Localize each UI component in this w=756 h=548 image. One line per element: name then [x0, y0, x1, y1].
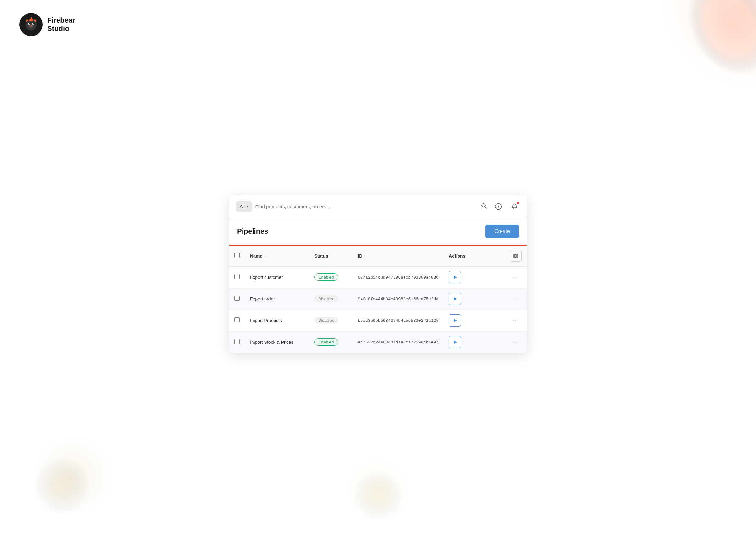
- row-checkbox-4[interactable]: [234, 339, 240, 344]
- row-checkbox-2[interactable]: [234, 295, 240, 301]
- search-actions: ?: [492, 201, 520, 212]
- row-more-cell: ···: [505, 266, 527, 288]
- more-options-button-4[interactable]: ···: [510, 337, 521, 347]
- row-checkbox-1[interactable]: [234, 274, 240, 279]
- row-name: Export customer: [245, 266, 309, 288]
- play-icon: [453, 275, 457, 279]
- row-run-cell: [487, 266, 505, 288]
- row-checkbox-cell: [229, 309, 245, 331]
- table-row: Export customer Enabled 027a2b54c3d94739…: [229, 266, 527, 288]
- chevron-down-icon: ▾: [247, 205, 248, 209]
- run-button-4[interactable]: [449, 336, 461, 348]
- svg-point-12: [33, 23, 34, 24]
- run-button-1[interactable]: [449, 271, 461, 283]
- row-more-cell: ···: [505, 288, 527, 309]
- logo-icon: [19, 13, 43, 36]
- status-col-options[interactable]: ···: [330, 254, 333, 258]
- th-checkbox: [229, 246, 245, 267]
- play-icon: [453, 318, 457, 323]
- svg-rect-21: [517, 254, 518, 258]
- row-more-cell: ···: [505, 309, 527, 331]
- row-id: b7cd3b6bbb684094b4a565330242a125: [352, 309, 444, 331]
- row-checkbox-cell: [229, 331, 245, 353]
- row-name: Import Products: [245, 309, 309, 331]
- search-input[interactable]: [255, 204, 476, 210]
- table-columns-menu-button[interactable]: [510, 250, 522, 262]
- pipelines-header: Pipelines Create: [229, 218, 527, 246]
- row-checkbox-cell: [229, 288, 245, 309]
- run-button-3[interactable]: [449, 314, 461, 327]
- filter-label: All: [240, 204, 245, 209]
- more-options-button-2[interactable]: ···: [510, 294, 521, 303]
- select-all-checkbox[interactable]: [234, 253, 240, 258]
- table-header-row: Name ··· Status ··· ID: [229, 246, 527, 267]
- notifications-button[interactable]: [509, 201, 520, 212]
- row-id: 027a2b54c3d947398eecb703389a4080: [352, 266, 444, 288]
- logo-svg: [23, 16, 39, 33]
- pipelines-table: Name ··· Status ··· ID: [229, 246, 527, 353]
- row-name: Import Stock & Prices: [245, 331, 309, 353]
- table-row: Export order Disabled 94fa8fc444b84c4898…: [229, 288, 527, 309]
- run-button-2[interactable]: [449, 293, 461, 305]
- svg-marker-23: [454, 297, 457, 301]
- row-actions: [444, 266, 487, 288]
- status-badge: Disabled: [314, 295, 339, 302]
- help-icon: ?: [495, 203, 502, 210]
- more-options-button-1[interactable]: ···: [510, 273, 521, 282]
- table-row: Import Products Disabled b7cd3b6bbb68409…: [229, 309, 527, 331]
- row-more-cell: ···: [505, 331, 527, 353]
- notification-badge: [516, 201, 520, 205]
- svg-rect-19: [514, 254, 515, 258]
- svg-rect-20: [515, 254, 516, 258]
- row-run-cell: [487, 331, 505, 353]
- row-id: 94fa8fc444b84c48983c6156ea75efdd: [352, 288, 444, 309]
- svg-point-14: [30, 25, 32, 27]
- search-filter-button[interactable]: All ▾: [236, 201, 252, 212]
- row-name: Export order: [245, 288, 309, 309]
- logo-text: Firebear Studio: [47, 16, 75, 33]
- panel: All ▾ ?: [229, 196, 527, 353]
- row-checkbox-cell: [229, 266, 245, 288]
- svg-marker-22: [454, 275, 457, 279]
- search-bar: All ▾ ?: [229, 196, 527, 218]
- search-submit-button[interactable]: [479, 201, 489, 213]
- svg-marker-25: [454, 340, 457, 344]
- status-badge: Disabled: [314, 317, 339, 324]
- th-table-menu: [505, 246, 527, 267]
- th-actions: Actions ···: [444, 246, 487, 267]
- play-icon: [453, 296, 457, 301]
- help-button[interactable]: ?: [492, 201, 504, 212]
- row-actions: [444, 331, 487, 353]
- th-id: ID ···: [352, 246, 444, 267]
- status-badge: Enabled: [314, 274, 338, 281]
- search-icon: [481, 203, 487, 209]
- th-name: Name ···: [245, 246, 309, 267]
- row-status: Disabled: [309, 288, 353, 309]
- row-actions: [444, 309, 487, 331]
- row-status: Enabled: [309, 266, 353, 288]
- th-status: Status ···: [309, 246, 353, 267]
- svg-marker-24: [454, 318, 457, 322]
- row-run-cell: [487, 288, 505, 309]
- search-input-wrapper: [255, 204, 476, 210]
- svg-point-11: [29, 23, 30, 24]
- id-col-options[interactable]: ···: [364, 254, 367, 258]
- create-button[interactable]: Create: [485, 225, 519, 238]
- table-row: Import Stock & Prices Enabled ec2532c24e…: [229, 331, 527, 353]
- row-checkbox-3[interactable]: [234, 317, 240, 322]
- status-badge: Enabled: [314, 338, 338, 346]
- logo-area: Firebear Studio: [19, 13, 75, 36]
- row-actions: [444, 288, 487, 309]
- svg-text:?: ?: [497, 204, 500, 209]
- svg-line-16: [485, 207, 487, 209]
- actions-col-options[interactable]: ···: [467, 254, 470, 258]
- row-id: ec2532c24e63444dae3ca72598cb1e97: [352, 331, 444, 353]
- row-run-cell: [487, 309, 505, 331]
- columns-icon: [513, 253, 518, 259]
- name-col-options[interactable]: ···: [264, 254, 267, 258]
- play-icon: [453, 340, 457, 344]
- more-options-button-3[interactable]: ···: [510, 316, 521, 325]
- row-status: Enabled: [309, 331, 353, 353]
- row-status: Disabled: [309, 309, 353, 331]
- page-title: Pipelines: [237, 227, 268, 236]
